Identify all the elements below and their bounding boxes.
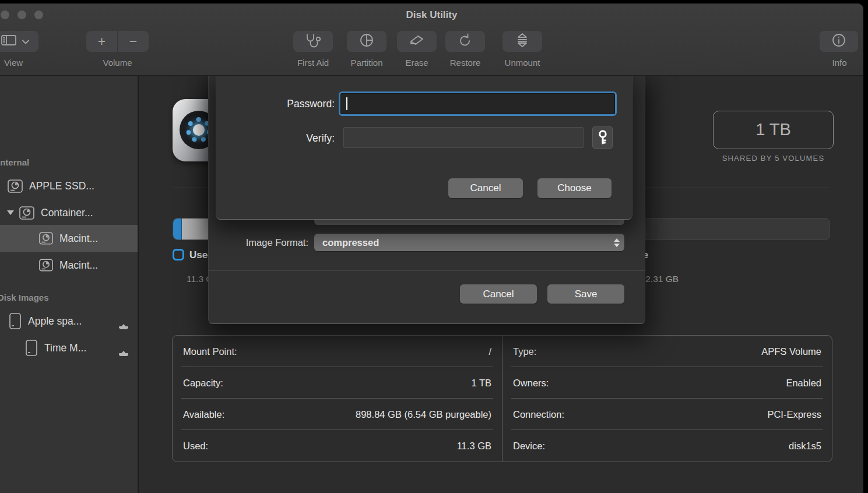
unmount-button[interactable] <box>502 31 542 52</box>
image-format-value: compressed <box>322 237 379 248</box>
row-label: Used: <box>183 441 208 452</box>
external-drive-icon <box>24 339 38 357</box>
toolbar: Disk Utility View + − Volume <box>0 3 863 76</box>
password-sheet: Password: Verify: Cancel Choose <box>216 76 632 220</box>
sidebar-section-disk-images: Disk Images <box>0 293 49 302</box>
external-drive-icon <box>8 312 22 330</box>
row-value: 1 TB <box>471 378 491 389</box>
cancel-button[interactable]: Cancel <box>460 284 537 304</box>
sidebar-item-time-machine[interactable]: Time M... <box>0 334 138 361</box>
view-label: View <box>0 58 38 69</box>
sidebar-icon <box>1 34 16 48</box>
volume-button-group: + − <box>86 31 149 52</box>
save-button[interactable]: Save <box>547 284 624 304</box>
partition-label: Partition <box>338 58 396 69</box>
cancel-button[interactable]: Cancel <box>448 178 523 198</box>
disclosure-triangle-icon[interactable] <box>7 210 14 215</box>
row-label: Capacity: <box>183 378 223 389</box>
stethoscope-icon <box>303 33 323 50</box>
image-format-label: Image Format: <box>209 234 308 251</box>
chevron-down-icon <box>22 36 29 47</box>
eject-icon[interactable] <box>119 314 128 328</box>
row-label: Device: <box>513 441 545 452</box>
row-value: disk1s5 <box>789 441 821 452</box>
sidebar-item-label: Macint... <box>59 233 98 245</box>
text-caret <box>346 97 347 110</box>
table-row: Available: 898.84 GB (6.54 GB purgeable) <box>173 399 502 430</box>
partition-pie-icon <box>359 33 374 50</box>
used-legend-dot <box>173 249 184 260</box>
sidebar-item-label: Container... <box>41 207 93 219</box>
verify-label: Verify: <box>216 132 335 145</box>
internal-drive-icon <box>38 258 54 272</box>
password-field-focus-ring <box>339 91 617 116</box>
sidebar: Internal APPLE SSD... Container... Macin… <box>0 76 138 493</box>
restore-button[interactable] <box>445 31 485 52</box>
choose-button[interactable]: Choose <box>537 178 612 198</box>
table-row: Device: disk1s5 <box>502 430 832 462</box>
unmount-label: Unmount <box>493 58 551 69</box>
volume-label: Volume <box>86 58 149 69</box>
row-label: Available: <box>183 409 224 420</box>
table-row: Mount Point: / <box>173 336 502 367</box>
row-value: APFS Volume <box>761 346 821 357</box>
sidebar-item-apple-ssd[interactable]: APPLE SSD... <box>0 172 138 199</box>
sidebar-item-apple-sparseimage[interactable]: Apple spa... <box>0 308 138 334</box>
sidebar-item-label: APPLE SSD... <box>29 180 94 192</box>
row-label: Owners: <box>513 378 549 389</box>
table-row: Capacity: 1 TB <box>173 367 502 399</box>
sidebar-section-internal: Internal <box>0 157 29 167</box>
table-row: Owners: Enabled <box>502 367 832 399</box>
sidebar-content-divider[interactable] <box>138 76 139 493</box>
erase-button[interactable] <box>397 31 437 52</box>
restore-arrow-icon <box>458 33 473 50</box>
window-title: Disk Utility <box>0 9 863 21</box>
eject-icon[interactable] <box>119 341 128 355</box>
password-input[interactable] <box>340 93 615 114</box>
table-row: Used: 11.3 GB <box>173 430 502 462</box>
row-label: Type: <box>513 346 536 357</box>
row-label: Connection: <box>513 409 564 420</box>
password-label: Password: <box>216 98 335 110</box>
table-row: Connection: PCI-Express <box>502 399 832 430</box>
popup-stepper-icon <box>614 238 620 247</box>
volume-details-table: Mount Point: / Capacity: 1 TB Available:… <box>172 335 832 462</box>
add-volume-button[interactable]: + <box>86 31 117 51</box>
remove-volume-button[interactable]: − <box>118 31 149 51</box>
row-value: / <box>489 346 491 357</box>
first-aid-button[interactable] <box>293 31 333 52</box>
row-value: PCI-Express <box>767 409 821 420</box>
used-segment <box>173 219 182 240</box>
table-row: Type: APFS Volume <box>502 336 832 367</box>
sidebar-item-label: Apple spa... <box>28 315 82 328</box>
disk-utility-window: Disk Utility View + − Volume <box>0 3 863 493</box>
capacity-badge: 1 TB <box>713 111 834 149</box>
sidebar-item-label: Time M... <box>44 342 86 354</box>
internal-drive-icon <box>19 206 35 220</box>
row-label: Mount Point: <box>183 346 237 357</box>
image-format-popup[interactable]: compressed <box>314 234 624 251</box>
first-aid-label: First Aid <box>284 58 342 69</box>
restore-label: Restore <box>436 58 494 69</box>
row-value: 898.84 GB (6.54 GB purgeable) <box>356 409 491 420</box>
sidebar-item-macintosh-hd-2[interactable]: Macint... <box>0 252 138 279</box>
row-value: 11.3 GB <box>457 441 491 452</box>
key-icon <box>597 129 609 146</box>
password-assistant-button[interactable] <box>592 126 613 149</box>
view-button[interactable] <box>0 31 38 52</box>
erase-icon <box>409 33 425 50</box>
shared-volumes-subtitle: SHARED BY 5 VOLUMES <box>701 154 845 163</box>
sidebar-item-macintosh-hd-selected[interactable]: Macint... <box>0 225 138 252</box>
info-button[interactable] <box>820 31 858 52</box>
info-label: Info <box>810 58 863 69</box>
divider <box>209 270 645 271</box>
row-value: Enabled <box>786 378 821 389</box>
sidebar-item-container[interactable]: Container... <box>0 199 138 226</box>
encryption-popup-sliver[interactable] <box>314 220 624 225</box>
internal-drive-icon <box>38 231 54 245</box>
verify-input[interactable] <box>343 127 584 148</box>
sidebar-item-label: Macint... <box>59 259 98 272</box>
unmount-eject-icon <box>515 33 529 50</box>
internal-drive-icon <box>7 179 23 193</box>
partition-button[interactable] <box>347 31 386 52</box>
